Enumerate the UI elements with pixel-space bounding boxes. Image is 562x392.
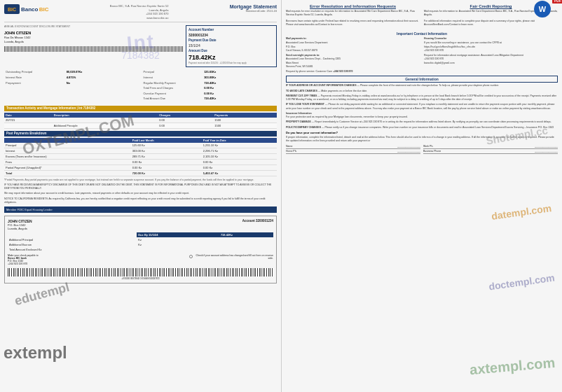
col-payments: Payments (213, 113, 277, 118)
contact-section: Important Contact Information Mail payme… (286, 31, 558, 74)
table-row: Fees 0.00 Kz 0.00 Kz (4, 159, 277, 164)
form-instruction: If proper information, complete the info… (286, 136, 558, 144)
bank-header: BIC Banco BIC Banco BIC, S.A. Rua Narcis… (4, 4, 277, 22)
past-payments-header: Past Payments Breakdown (4, 131, 277, 136)
work-phone-row: Work Ph. _________________ (423, 145, 558, 149)
past-payments-table: Paid Last Month Paid Year-to-Date Princi… (4, 138, 277, 176)
contact-two-col: Mail payments to: Associated Loan Servic… (286, 37, 558, 74)
footnote: *Partial Payments: Any partial payments … (4, 178, 277, 182)
notice-bankruptcy: IF YOU HAVE RECEIVED A BANKRUPTCY DISCHA… (4, 183, 277, 191)
table-row: Interest 303.00 Kz 2,296.71 Kz (4, 148, 277, 153)
do-you-have: Do you have your current information? (286, 131, 558, 134)
loan-info-col: Outstanding Principal 80,020.07Kz Intere… (4, 69, 139, 104)
client-box: ANNUAL ESCROW ACCOUNT DISCLOSURE STATEME… (4, 25, 183, 67)
transaction-table: Date Description Charges Payments 20/7/2… (4, 113, 277, 129)
coupon-account-info: Account 3200001234 (242, 219, 273, 230)
client-info-row: ANNUAL ESCROW ACCOUNT DISCLOSURE STATEME… (4, 25, 277, 67)
table-row: Additional Principle 0.00 1500 (4, 122, 277, 128)
bic-label: BIC (39, 6, 49, 13)
pdf-label: PDF (552, 0, 562, 4)
logo-icon: BIC (4, 4, 20, 14)
info-section: Outstanding Principal 80,020.07Kz Intere… (4, 69, 277, 104)
table-total-row: Total 720.00 Kz 5,402.47 Kz (4, 170, 277, 176)
table-row: Additional Escrow Kz (8, 242, 273, 247)
general-policy-changes: POLICY/COMPANY CHANGES — Please notify u… (286, 126, 558, 130)
col-date: Date (4, 113, 53, 118)
left-doc-content: BIC Banco BIC Banco BIC, S.A. Rua Narcis… (0, 0, 281, 392)
form-fields: Name _________________ Home Ph. ________… (286, 145, 558, 155)
transaction-header: Transaction Activity and Mortgage Inform… (4, 106, 277, 111)
top-two-col: Error Resolution and Information Request… (286, 4, 558, 29)
error-resolution-section: Error Resolution and Information Request… (286, 4, 420, 29)
housing-counselor-col: Housing Counselor If you would like coun… (424, 37, 558, 74)
address-change-checkbox[interactable] (189, 255, 193, 258)
form-col-2: Work Ph. _________________ Business Phon… (423, 145, 558, 155)
fair-credit-section: Fair Credit Reporting Mail requests for … (424, 4, 558, 29)
table-row: Escrow (Taxes and/or Insurance) 289.71 K… (4, 153, 277, 159)
payment-info-col: Principal 125.65Kz Interest 303.00Kz Reg… (142, 69, 277, 104)
payment-info-table: Principal 125.65Kz Interest 303.00Kz Reg… (142, 69, 277, 102)
general-lose-statement: IF YOU LOSE YOUR STATEMENT — Please do n… (286, 103, 558, 111)
general-property-damage: PROPERTY DAMAGE — Report immediately to … (286, 120, 558, 124)
coupon-client-info: JOHN CITIZEN P.O. Box 1342 Luanda, Angol… (8, 219, 32, 230)
table-row: Total Amount Enclosed Kz (8, 247, 273, 252)
bank-address: Banco BIC, S.A. Rua Narciso Espirito San… (110, 4, 169, 20)
general-late-charges: TO AVOID LATE CHARGES — Make payments on… (286, 90, 558, 93)
bank-logo: BIC Banco BIC (4, 4, 49, 14)
right-doc-content: Error Resolution and Information Request… (282, 0, 562, 392)
barcode-number: +074300 00073842 3 058406740037872 (8, 277, 273, 280)
general-info-section: General Information IF YOUR ADDRESS OR A… (286, 76, 558, 130)
statement-title-area: Mortgage Statement StatementCode: 2511.2… (230, 4, 277, 13)
table-row: Additional Principal Kz (8, 237, 273, 242)
loan-info-table: Outstanding Principal 80,020.07Kz Intere… (4, 69, 139, 85)
table-row: 20/7/21 0.00 1500 (4, 118, 277, 123)
coupon-table: Due By 15/1/24 718.42Kz Additional Princ… (8, 232, 273, 252)
general-insurance: Insurance InformationFor your protection… (286, 112, 558, 120)
col-desc: Description (53, 113, 158, 118)
notice-credit: We may report information about your acc… (4, 192, 277, 195)
wpdf-badge: W PDF (534, 1, 551, 18)
right-panel: Error Resolution and Information Request… (281, 0, 562, 392)
col-charges: Charges (158, 113, 213, 118)
form-col-1: Name _________________ Home Ph. ________… (286, 145, 420, 155)
left-panel: BIC Banco BIC Banco BIC, S.A. Rua Narcis… (0, 0, 281, 392)
name-field-row: Name _________________ (286, 145, 420, 149)
general-cutoff: PAYMENT CUT-OFF TIMES — Payments receive… (286, 94, 558, 102)
w-icon: W (534, 1, 551, 18)
mail-payments-col: Mail payments to: Associated Loan Servic… (286, 37, 420, 74)
general-address-change: IF YOUR ADDRESS OR ACCOUNT INFORMATION C… (286, 84, 558, 88)
banco-label: Banco (21, 6, 38, 13)
account-box: Account Number 3200001234 Payment Due Da… (186, 25, 277, 67)
address-change-checkbox-label: Check if your account address has change… (189, 254, 273, 260)
barcode-small (4, 46, 183, 52)
fdic-bar: Member FDIC Equal Housing Lender (4, 206, 277, 213)
table-row: Principal 125.60 Kz 1,231.10 Kz (4, 143, 277, 148)
notice-california: NOTICE TO CALIFORNIA RESIDENTS: As requi… (4, 197, 277, 205)
business-phone-row: Business Phone _________________ (423, 150, 558, 154)
home-phone-row: Home Ph. _________________ (286, 150, 420, 154)
banco-text: Banco BIC (21, 6, 49, 13)
coupon-header: JOHN CITIZEN P.O. Box 1342 Luanda, Angol… (8, 219, 273, 230)
coupon-bank-info: Make your check payable to Banco BIC ban… (8, 254, 273, 265)
table-row: Partial Payment (Unapplied)* 0.00 Kz 0.0… (4, 164, 277, 170)
payment-coupon: JOHN CITIZEN P.O. Box 1342 Luanda, Angol… (4, 216, 277, 284)
svg-text:BIC: BIC (8, 7, 16, 12)
coupon-barcode (8, 268, 273, 276)
page-container: BIC Banco BIC Banco BIC, S.A. Rua Narcis… (0, 0, 562, 392)
